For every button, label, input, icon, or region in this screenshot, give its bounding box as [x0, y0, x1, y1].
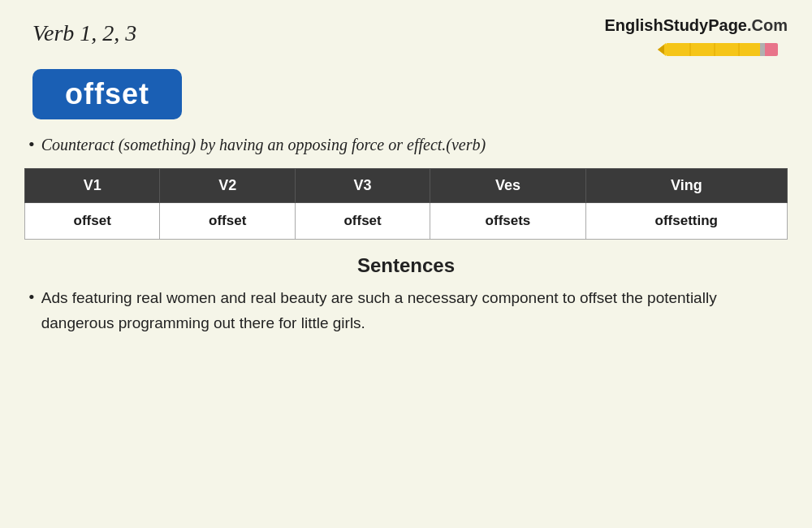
definition-section: • Counteract (something) by having an op… — [24, 132, 788, 157]
col-header-ving: Ving — [585, 169, 787, 203]
sentences-heading: Sentences — [24, 254, 788, 277]
verb-title: Verb 1, 2, 3 — [32, 20, 136, 46]
header-row: Verb 1, 2, 3 EnglishStudyPage.Com — [24, 16, 788, 61]
word-badge: offset — [24, 69, 788, 132]
cell-v3: offset — [295, 203, 430, 240]
col-header-v1: V1 — [25, 169, 160, 203]
definition-text: Counteract (something) by having an oppo… — [41, 132, 486, 157]
left-header: Verb 1, 2, 3 — [24, 16, 136, 46]
table-header-row: V1 V2 V3 Ves Ving — [25, 169, 788, 203]
sentence-text: Ads featuring real women and real beauty… — [41, 285, 788, 336]
col-header-v2: V2 — [160, 169, 295, 203]
sentence-bullet: • — [28, 287, 35, 308]
cell-v1: offset — [25, 203, 160, 240]
brand-name: EnglishStudyPage — [604, 16, 747, 34]
svg-rect-1 — [763, 43, 778, 56]
cell-ving: offsetting — [585, 203, 787, 240]
brand-suffix: .Com — [747, 16, 788, 34]
svg-marker-4 — [658, 45, 664, 54]
sentences-section: Sentences • Ads featuring real women and… — [24, 254, 788, 336]
col-header-ves: Ves — [430, 169, 585, 203]
word-badge-text: offset — [65, 77, 149, 110]
sentence-item: • Ads featuring real women and real beau… — [24, 285, 788, 336]
page-container: Verb 1, 2, 3 EnglishStudyPage.Com — [0, 0, 812, 528]
svg-rect-2 — [760, 43, 765, 56]
pencil-icon — [658, 38, 788, 61]
definition-item: • Counteract (something) by having an op… — [28, 132, 788, 157]
definition-bullet: • — [28, 134, 35, 155]
col-header-v3: V3 — [295, 169, 430, 203]
brand-text: EnglishStudyPage.Com — [604, 16, 788, 35]
cell-ves: offsets — [430, 203, 585, 240]
verb-table: V1 V2 V3 Ves Ving offset offset offset o… — [24, 168, 788, 240]
brand-logo: EnglishStudyPage.Com — [604, 16, 788, 61]
cell-v2: offset — [160, 203, 295, 240]
table-row: offset offset offset offsets offsetting — [25, 203, 788, 240]
